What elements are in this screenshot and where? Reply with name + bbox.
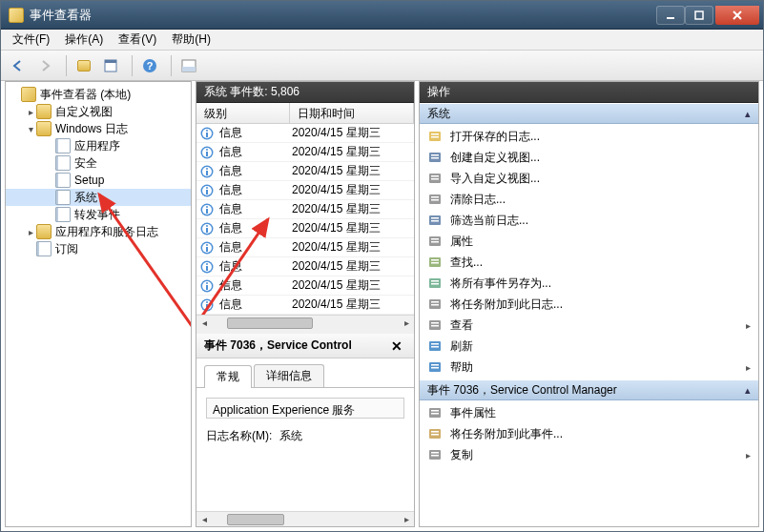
close-button[interactable] xyxy=(715,6,759,25)
actions-header: 操作 xyxy=(420,82,758,103)
preview-pane-button[interactable] xyxy=(177,54,200,77)
cell-date: 2020/4/15 星期三 xyxy=(290,239,414,256)
event-row[interactable]: 信息2020/4/15 星期三 xyxy=(196,143,414,162)
tab-general[interactable]: 常规 xyxy=(204,365,252,388)
svg-point-33 xyxy=(206,225,208,227)
event-row[interactable]: 信息2020/4/15 星期三 xyxy=(196,219,414,238)
actions-list-system: 打开保存的日志...创建自定义视图...导入自定义视图...清除日志...筛选当… xyxy=(420,124,758,379)
log-icon xyxy=(55,173,71,188)
action-view[interactable]: 查看▸ xyxy=(420,315,758,336)
info-icon xyxy=(196,203,217,216)
events-header: 系统 事件数: 5,806 xyxy=(196,82,414,103)
action-copy[interactable]: 复制▸ xyxy=(420,444,758,465)
scroll-thumb[interactable] xyxy=(227,514,284,525)
event-row[interactable]: 信息2020/4/15 星期三 xyxy=(196,238,414,257)
cell-level: 信息 xyxy=(217,297,290,313)
action-label: 将任务附加到此事件... xyxy=(450,426,563,442)
refresh-icon xyxy=(427,338,443,354)
col-level[interactable]: 级别 xyxy=(196,103,290,123)
help-button[interactable]: ? xyxy=(138,54,161,77)
nav-forward-button[interactable] xyxy=(33,54,56,77)
action-find[interactable]: 查找... xyxy=(420,252,758,273)
svg-rect-64 xyxy=(431,220,439,222)
menu-help[interactable]: 帮助(H) xyxy=(164,30,218,50)
tree-item-系统[interactable]: 系统 xyxy=(6,189,191,206)
info-icon xyxy=(196,127,217,140)
detail-hscrollbar[interactable]: ◂ ▸ xyxy=(196,511,414,526)
tree-item-应用程序[interactable]: 应用程序 xyxy=(6,137,191,154)
scroll-thumb[interactable] xyxy=(227,317,313,329)
tree-root[interactable]: 事件查看器 (本地) xyxy=(6,86,191,103)
tree-item-label: 订阅 xyxy=(55,241,78,257)
cell-date: 2020/4/15 星期三 xyxy=(290,258,414,275)
nav-back-button[interactable] xyxy=(7,54,30,77)
scroll-left-icon[interactable]: ◂ xyxy=(196,316,212,331)
tree-item-Windows 日志[interactable]: ▾Windows 日志 xyxy=(6,120,191,137)
menu-view[interactable]: 查看(V) xyxy=(111,30,164,50)
minimize-button[interactable] xyxy=(656,6,685,25)
action-saveas[interactable]: 将所有事件另存为... xyxy=(420,273,758,294)
tree-body[interactable]: 事件查看器 (本地) ▸自定义视图▾Windows 日志应用程序安全Setup系… xyxy=(6,82,191,526)
hscrollbar[interactable]: ◂ ▸ xyxy=(196,315,414,330)
action-label: 刷新 xyxy=(450,338,473,355)
cell-date: 2020/4/15 星期三 xyxy=(290,125,414,141)
tree-item-订阅[interactable]: 订阅 xyxy=(6,240,191,257)
expand-icon[interactable]: ▾ xyxy=(25,124,36,134)
tree-item-安全[interactable]: 安全 xyxy=(6,154,191,172)
action-attach2[interactable]: 将任务附加到此事件... xyxy=(420,423,758,444)
action-attach[interactable]: 将任务附加到此日志... xyxy=(420,294,758,315)
event-row[interactable]: 信息2020/4/15 星期三 xyxy=(196,276,414,296)
action-help[interactable]: 帮助▸ xyxy=(420,357,758,378)
scroll-right-icon[interactable]: ▸ xyxy=(399,316,414,331)
actions-section-event[interactable]: 事件 7036，Service Control Manager ▴ xyxy=(420,379,758,400)
action-filter2[interactable]: 筛选当前日志... xyxy=(420,210,758,231)
app-icon xyxy=(9,8,24,23)
expand-icon[interactable]: ▸ xyxy=(25,227,36,237)
expand-icon[interactable]: ▸ xyxy=(25,107,36,117)
cell-date: 2020/4/15 星期三 xyxy=(290,277,414,294)
detail-title: 事件 7036，Service Control xyxy=(204,338,391,354)
cell-level: 信息 xyxy=(217,125,290,141)
tree-item-自定义视图[interactable]: ▸自定义视图 xyxy=(6,103,191,120)
action-open-log[interactable]: 打开保存的日志... xyxy=(420,126,758,147)
attach2-icon xyxy=(427,426,443,441)
menu-file[interactable]: 文件(F) xyxy=(5,30,57,50)
actions-section-system[interactable]: 系统 ▴ xyxy=(420,103,758,124)
action-evprops[interactable]: 事件属性 xyxy=(420,402,758,423)
event-row[interactable]: 信息2020/4/15 星期三 xyxy=(196,124,414,143)
tab-details[interactable]: 详细信息 xyxy=(254,364,324,387)
action-label: 导入自定义视图... xyxy=(450,171,540,187)
action-clear[interactable]: 清除日志... xyxy=(420,189,758,210)
grid-body[interactable]: 信息2020/4/15 星期三信息2020/4/15 星期三信息2020/4/1… xyxy=(196,124,414,315)
show-tree-button[interactable] xyxy=(72,54,95,77)
events-pane: 系统 事件数: 5,806 级别 日期和时间 信息2020/4/15 星期三信息… xyxy=(196,81,415,527)
event-row[interactable]: 信息2020/4/15 星期三 xyxy=(196,181,414,200)
event-row[interactable]: 信息2020/4/15 星期三 xyxy=(196,162,414,181)
properties-button[interactable] xyxy=(99,54,122,77)
detail-close-button[interactable]: ✕ xyxy=(391,338,406,354)
svg-rect-93 xyxy=(431,452,439,454)
svg-point-17 xyxy=(206,149,208,151)
titlebar: 事件查看器 xyxy=(1,1,763,30)
event-row[interactable]: 信息2020/4/15 星期三 xyxy=(196,200,414,219)
chevron-right-icon: ▸ xyxy=(746,450,751,460)
col-datetime[interactable]: 日期和时间 xyxy=(290,103,414,123)
action-filter[interactable]: 创建自定义视图... xyxy=(420,147,758,168)
action-import[interactable]: 导入自定义视图... xyxy=(420,168,758,189)
maximize-button[interactable] xyxy=(685,6,713,25)
action-refresh[interactable]: 刷新 xyxy=(420,336,758,357)
menu-action[interactable]: 操作(A) xyxy=(57,30,111,50)
event-row[interactable]: 信息2020/4/15 星期三 xyxy=(196,296,414,315)
svg-rect-24 xyxy=(206,190,208,194)
action-props[interactable]: 属性 xyxy=(420,231,758,252)
tree-item-转发事件[interactable]: 转发事件 xyxy=(6,206,191,223)
svg-rect-54 xyxy=(431,154,439,156)
scroll-right-icon[interactable]: ▸ xyxy=(399,512,414,527)
svg-rect-0 xyxy=(667,17,674,19)
tree-item-应用程序和服务日志[interactable]: ▸应用程序和服务日志 xyxy=(6,223,191,240)
log-name-row: 日志名称(M): 系统 xyxy=(206,428,404,444)
event-row[interactable]: 信息2020/4/15 星期三 xyxy=(196,257,414,276)
scroll-left-icon[interactable]: ◂ xyxy=(196,512,212,527)
cell-level: 信息 xyxy=(217,201,290,217)
tree-item-Setup[interactable]: Setup xyxy=(6,172,191,189)
